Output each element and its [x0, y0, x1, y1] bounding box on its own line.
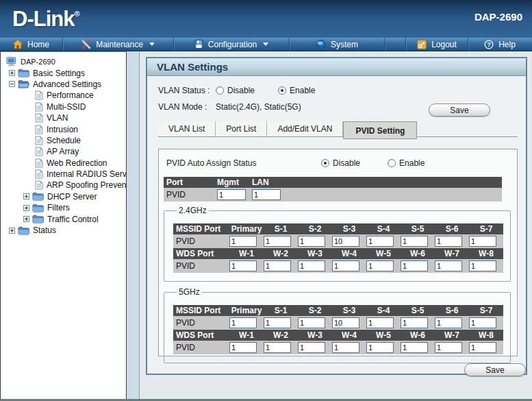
pvid-auto-assign-label: PVID Auto Assign Status — [166, 158, 321, 168]
expand-plus-icon[interactable] — [23, 205, 29, 211]
pvid-input[interactable] — [435, 260, 462, 271]
pvid-input[interactable] — [229, 236, 257, 247]
pvid-input[interactable] — [332, 342, 359, 353]
tree-item-vlan[interactable]: VLAN — [3, 112, 125, 123]
pvid-row-label: PVID — [173, 343, 229, 352]
pvid-input[interactable] — [401, 342, 428, 353]
col-header: W-3 — [298, 330, 332, 341]
pvid-input[interactable] — [469, 236, 496, 247]
pvid-auto-disable-radio[interactable] — [321, 159, 329, 167]
tree-item-dhcp-server[interactable]: DHCP Server — [3, 191, 125, 202]
tree-item-traffic-control[interactable]: Traffic Control — [3, 213, 125, 224]
col-header: S-2 — [298, 305, 332, 316]
tree-item-web-redirection[interactable]: Web Redirection — [3, 158, 125, 169]
pvid-auto-disable-label: Disable — [333, 158, 360, 168]
nav-home[interactable]: Home — [0, 38, 62, 51]
pvid-input[interactable] — [298, 260, 325, 271]
tree-item-advanced-settings[interactable]: Advanced Settings — [3, 79, 125, 90]
pvid-input[interactable] — [435, 317, 462, 328]
pvid-input[interactable] — [366, 236, 394, 247]
nav-maintenance[interactable]: Maintenance — [62, 38, 173, 51]
pvid-input[interactable] — [469, 342, 496, 353]
tree-root-device[interactable]: DAP-2690 — [3, 56, 125, 67]
pvid-input[interactable] — [264, 317, 291, 328]
tab-vlan-list[interactable]: VLAN List — [158, 121, 216, 136]
pvid-input[interactable] — [366, 342, 394, 353]
nav-system[interactable]: System — [289, 38, 385, 51]
tab-pvid-setting[interactable]: PVID Setting — [343, 121, 417, 139]
pvid-input[interactable] — [298, 342, 325, 353]
mgmt-pvid-input[interactable] — [217, 189, 246, 200]
vlan-status-enable-label: Enable — [290, 86, 315, 95]
pvid-auto-enable-radio[interactable] — [388, 159, 396, 167]
tree-item-performance[interactable]: Performance — [3, 90, 125, 101]
folder-icon — [32, 204, 44, 212]
tab-port-list[interactable]: Port List — [216, 121, 267, 136]
pvid-input[interactable] — [298, 236, 325, 247]
pvid-input[interactable] — [264, 260, 291, 271]
tools-icon — [81, 40, 91, 49]
nav-configuration[interactable]: Configuration — [173, 38, 289, 51]
col-header: W-7 — [435, 330, 469, 341]
tree-item-multi-ssid[interactable]: Multi-SSID — [3, 101, 125, 112]
nav-help[interactable]: ? Help — [468, 38, 531, 51]
tab-add-edit-vlan[interactable]: Add/Edit VLAN — [267, 121, 343, 136]
pvid-input[interactable] — [469, 317, 496, 328]
collapse-minus-icon[interactable] — [9, 81, 15, 87]
lan-pvid-input[interactable] — [252, 189, 281, 200]
floppy-icon — [194, 40, 203, 49]
pvid-input[interactable] — [264, 236, 291, 247]
pvid-input[interactable] — [332, 317, 359, 328]
pvid-input[interactable] — [401, 236, 428, 247]
tree-item-internal-radius-server[interactable]: Internal RADIUS Server — [3, 169, 125, 180]
pvid-row-label: PVID — [173, 318, 229, 328]
doc-icon — [35, 102, 43, 112]
tree-item-ap-array[interactable]: AP Array — [3, 146, 125, 157]
vlan-status-label: VLAN Status : — [158, 86, 216, 95]
pvid-input[interactable] — [401, 260, 428, 271]
tree-item-filters[interactable]: Filters — [3, 202, 125, 213]
pvid-auto-assign-row: PVID Auto Assign Status Disable Enable — [162, 158, 511, 168]
col-header: S-6 — [435, 305, 469, 316]
vlan-status-enable-radio[interactable] — [278, 86, 286, 95]
port-pvid-table: Port Mgmt LAN PVID — [164, 177, 502, 202]
folder-open-icon — [18, 80, 29, 88]
tree-item-schedule[interactable]: Schedule — [3, 135, 125, 146]
nav-logout[interactable]: Logout — [405, 38, 468, 51]
chevron-down-icon — [263, 42, 268, 46]
pvid-input[interactable] — [366, 260, 394, 271]
pvid-input[interactable] — [229, 317, 257, 328]
col-header: S-5 — [401, 305, 435, 316]
col-header: W-1 — [229, 330, 264, 341]
tree-label: Advanced Settings — [33, 80, 101, 89]
pvid-input[interactable] — [435, 236, 462, 247]
col-header: W-6 — [401, 248, 435, 259]
pvid-input[interactable] — [298, 317, 325, 328]
pvid-input[interactable] — [401, 317, 428, 328]
vlan-status-disable-radio[interactable] — [216, 86, 224, 95]
pvid-input[interactable] — [435, 342, 462, 353]
tree-item-arp-spoofing-prevention[interactable]: ARP Spoofing Prevention — [3, 180, 125, 191]
doc-icon — [35, 147, 43, 156]
pvid-input[interactable] — [332, 260, 359, 271]
expand-plus-icon[interactable] — [23, 216, 29, 222]
pvid-input[interactable] — [229, 260, 257, 271]
pvid-input[interactable] — [264, 342, 291, 353]
pvid-input[interactable] — [469, 260, 496, 271]
tree-item-basic-settings[interactable]: Basic Settings — [3, 67, 125, 78]
save-button-bottom[interactable]: Save — [464, 363, 526, 376]
tree-item-intrusion[interactable]: Intrusion — [3, 123, 125, 134]
tree-item-status[interactable]: Status — [3, 225, 125, 236]
pvid-input[interactable] — [332, 236, 359, 247]
col-header: S-7 — [469, 305, 503, 316]
band-5ghz-legend: 5GHz — [177, 287, 202, 297]
col-header: W-2 — [264, 330, 298, 341]
save-button-top[interactable]: Save — [429, 104, 490, 117]
lan-header-cell: LAN — [252, 177, 287, 188]
expand-plus-icon[interactable] — [9, 228, 15, 234]
pvid-row-label: PVID — [164, 190, 217, 199]
expand-plus-icon[interactable] — [9, 70, 15, 76]
pvid-input[interactable] — [366, 317, 394, 328]
pvid-input[interactable] — [229, 342, 257, 353]
expand-plus-icon[interactable] — [23, 193, 29, 199]
